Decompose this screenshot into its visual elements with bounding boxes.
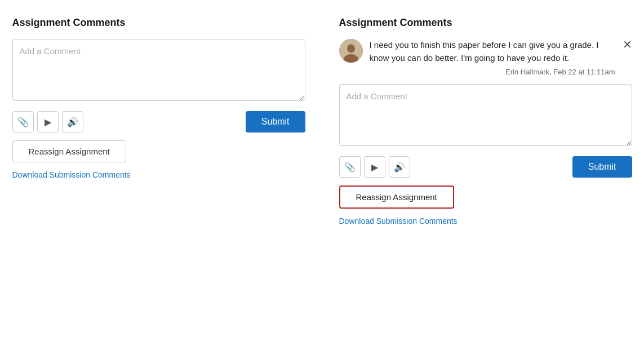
left-comment-input[interactable] (12, 39, 305, 101)
comment-timestamp: Feb 22 at 11:11am (553, 68, 615, 76)
right-audio-button[interactable]: 🔊 (389, 156, 410, 178)
paperclip-icon: 📎 (344, 162, 356, 173)
panels-container: Assignment Comments 📎 ▶ 🔊 Submit Reassig… (12, 17, 632, 226)
video-icon: ▶ (371, 162, 378, 173)
right-toolbar: 📎 ▶ 🔊 Submit (339, 156, 632, 178)
close-comment-button[interactable]: ✕ (623, 39, 632, 50)
left-panel: Assignment Comments 📎 ▶ 🔊 Submit Reassig… (12, 17, 305, 226)
comment-author: Erin Hallmark (505, 68, 549, 76)
right-paperclip-button[interactable]: 📎 (339, 156, 361, 178)
video-icon: ▶ (45, 117, 51, 127)
right-panel-title: Assignment Comments (339, 17, 632, 29)
right-reassign-button[interactable]: Reassign Assignment (339, 185, 454, 209)
right-submit-button[interactable]: Submit (572, 156, 632, 178)
svg-point-1 (347, 45, 355, 53)
left-video-button[interactable]: ▶ (37, 111, 59, 132)
left-reassign-button[interactable]: Reassign Assignment (12, 140, 126, 162)
comment-body: I need you to finish this paper before I… (370, 39, 615, 76)
left-audio-button[interactable]: 🔊 (62, 111, 83, 132)
comment-text: I need you to finish this paper before I… (370, 39, 615, 64)
left-submit-button[interactable]: Submit (246, 111, 305, 132)
paperclip-icon: 📎 (17, 117, 29, 127)
audio-icon: 🔊 (67, 117, 78, 127)
left-download-link[interactable]: Download Submission Comments (12, 170, 131, 179)
right-comment-box-wrapper (339, 84, 632, 148)
right-panel: Assignment Comments I need you to finish… (339, 17, 632, 226)
right-download-link[interactable]: Download Submission Comments (339, 217, 458, 226)
right-video-button[interactable]: ▶ (364, 156, 385, 178)
left-toolbar: 📎 ▶ 🔊 Submit (12, 111, 305, 132)
left-comment-box-wrapper (12, 39, 305, 103)
left-paperclip-button[interactable]: 📎 (12, 111, 34, 132)
left-panel-title: Assignment Comments (12, 17, 305, 29)
comment-meta: Erin Hallmark, Feb 22 at 11:11am (370, 68, 615, 76)
avatar-image (339, 39, 363, 63)
audio-icon: 🔊 (394, 162, 405, 173)
avatar (339, 39, 363, 63)
right-comment-input[interactable] (339, 84, 632, 146)
comment-entry: I need you to finish this paper before I… (339, 39, 632, 76)
